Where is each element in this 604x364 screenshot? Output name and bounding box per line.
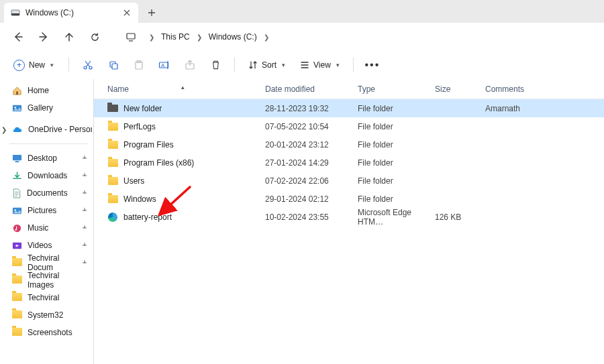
file-row[interactable]: PerfLogs07-05-2022 10:54File folder (94, 117, 604, 135)
sidebar-item[interactable]: Videos (5, 237, 92, 254)
sidebar-item[interactable]: Documents (5, 184, 92, 202)
newfolder-icon (107, 105, 118, 112)
file-row[interactable]: Program Files20-01-2024 23:12File folder (94, 135, 604, 154)
sidebar-item[interactable]: Music (5, 219, 92, 237)
forward-button[interactable] (32, 25, 55, 48)
new-tab-button[interactable] (142, 3, 161, 22)
file-size: 126 KB (435, 213, 485, 222)
copy-button[interactable] (103, 55, 124, 75)
close-tab-button[interactable] (121, 7, 133, 19)
file-name: Program Files (123, 140, 174, 149)
sidebar-item[interactable]: System32 (5, 306, 92, 324)
view-label: View (313, 60, 331, 70)
file-row[interactable]: Program Files (x86)27-01-2024 14:29File … (94, 154, 604, 172)
sidebar-label: Screenshots (28, 328, 72, 337)
gallery-icon (12, 103, 22, 113)
column-header-comments[interactable]: Comments (485, 84, 604, 94)
chevron-down-icon: ▾ (282, 62, 285, 68)
refresh-button[interactable] (83, 25, 106, 48)
file-name: Windows (123, 194, 156, 204)
file-date: 27-01-2024 14:29 (265, 158, 358, 168)
file-name: PerfLogs (123, 122, 156, 131)
downloads-icon (12, 171, 22, 181)
home-icon (12, 86, 22, 96)
file-date: 07-05-2022 10:54 (265, 122, 358, 131)
share-button[interactable] (179, 55, 201, 75)
folder-icon (12, 258, 22, 268)
sidebar-item[interactable]: Techviral (5, 289, 92, 306)
pc-icon[interactable] (119, 25, 142, 48)
sort-button[interactable]: Sort ▾ (243, 55, 291, 75)
sidebar-item-home[interactable]: Home (5, 82, 92, 99)
pin-icon (81, 155, 88, 162)
up-button[interactable] (58, 25, 81, 48)
more-button[interactable]: ••• (362, 55, 383, 75)
pin-icon (81, 190, 88, 196)
file-row[interactable]: battery-report10-02-2024 23:55Microsoft … (94, 208, 604, 226)
svg-text:A: A (161, 62, 165, 68)
active-tab[interactable]: Windows (C:) (4, 3, 138, 23)
sidebar-label: System32 (28, 310, 63, 320)
back-button[interactable] (7, 25, 30, 48)
breadcrumb-item[interactable]: This PC (161, 32, 190, 42)
tab-title: Windows (C:) (26, 8, 115, 17)
file-type: File folder (358, 158, 435, 168)
delete-button[interactable] (205, 55, 226, 75)
paste-button[interactable] (128, 55, 150, 75)
folder-icon (12, 310, 22, 320)
sidebar-label: Techviral Images (28, 271, 83, 290)
svg-point-18 (14, 209, 15, 210)
file-type: File folder (358, 104, 435, 113)
chevron-right-icon: ❯ (149, 34, 154, 41)
separator (9, 143, 88, 144)
tab-bar: Windows (C:) (0, 0, 604, 23)
column-header-type[interactable]: Type (358, 84, 435, 94)
pictures-icon (12, 206, 22, 216)
breadcrumb-item[interactable]: Windows (C:) (209, 32, 257, 42)
rename-button[interactable]: A (154, 55, 175, 75)
sidebar-item-gallery[interactable]: Gallery (5, 99, 92, 117)
sidebar-item[interactable]: Techviral Docum (5, 254, 92, 271)
file-type: File folder (358, 140, 435, 149)
folder-icon (107, 123, 118, 131)
pin-icon (81, 225, 88, 231)
svg-rect-6 (112, 64, 117, 69)
column-header-size[interactable]: Size (435, 84, 485, 94)
plus-icon: + (13, 60, 25, 71)
separator (353, 58, 354, 72)
file-row[interactable]: New folder28-11-2023 19:32File folderAma… (94, 99, 604, 117)
file-type: File folder (358, 122, 435, 131)
chevron-right-icon[interactable]: ❯ (1, 126, 7, 133)
new-button[interactable]: + New ▾ (7, 55, 60, 75)
sort-label: Sort (262, 60, 276, 70)
column-header-date[interactable]: Date modified (265, 84, 358, 94)
file-date: 28-11-2023 19:32 (265, 104, 358, 113)
sidebar-label: Desktop (28, 154, 57, 163)
file-row[interactable]: Windows29-01-2024 02:12File folder (94, 190, 604, 208)
folder-icon (107, 177, 118, 185)
sidebar-item[interactable]: Pictures (5, 202, 92, 219)
drive-icon (11, 8, 20, 17)
file-row[interactable]: Users07-02-2024 22:06File folder (94, 172, 604, 190)
chevron-right-icon: ❯ (197, 34, 202, 41)
sidebar-item[interactable]: Screenshots (5, 324, 92, 341)
svg-rect-2 (127, 34, 135, 39)
svg-rect-1 (11, 13, 19, 15)
sidebar-item[interactable]: Desktop (5, 149, 92, 167)
svg-rect-16 (15, 161, 19, 162)
sidebar-item-onedrive[interactable]: ❯ OneDrive - Persona (5, 121, 92, 138)
sort-asc-icon: ▴ (181, 84, 185, 90)
sidebar-label: Techviral Docum (28, 253, 76, 272)
svg-point-4 (89, 66, 92, 69)
folder-icon (12, 328, 22, 338)
column-header-name[interactable]: Name▴ (94, 84, 265, 94)
sidebar-item[interactable]: Downloads (5, 167, 92, 184)
folder-icon (107, 159, 118, 167)
file-name: Program Files (x86) (123, 158, 194, 168)
view-button[interactable]: View ▾ (295, 55, 345, 75)
cut-button[interactable] (77, 55, 99, 75)
sidebar-item[interactable]: Techviral Images (5, 271, 92, 289)
file-date: 07-02-2024 22:06 (265, 176, 358, 186)
new-button-label: New (29, 60, 45, 70)
edge-icon (107, 213, 118, 222)
